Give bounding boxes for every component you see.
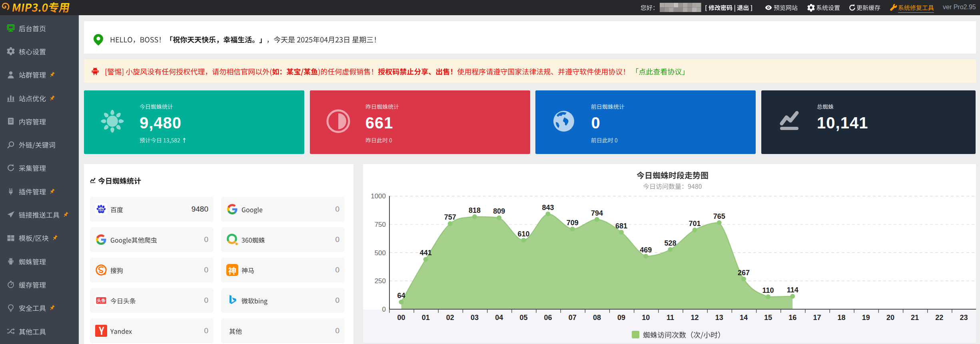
svg-text:14: 14: [740, 314, 748, 322]
svg-text:500: 500: [375, 249, 386, 257]
svg-text:23: 23: [960, 314, 968, 322]
svg-text:843: 843: [542, 204, 554, 212]
svg-text:03: 03: [471, 314, 479, 322]
svg-text:809: 809: [493, 207, 505, 215]
svg-text:05: 05: [519, 314, 527, 322]
svg-text:15: 15: [764, 314, 772, 322]
svg-text:469: 469: [640, 246, 652, 254]
svg-text:04: 04: [495, 314, 503, 322]
svg-text:765: 765: [713, 212, 725, 220]
svg-text:441: 441: [420, 249, 432, 257]
svg-text:19: 19: [862, 314, 870, 322]
svg-text:09: 09: [617, 314, 625, 322]
svg-text:02: 02: [446, 314, 454, 322]
svg-text:22: 22: [935, 314, 943, 322]
svg-text:13: 13: [715, 314, 723, 322]
svg-text:267: 267: [738, 269, 750, 277]
svg-text:17: 17: [813, 314, 821, 322]
svg-text:00: 00: [397, 314, 405, 322]
svg-text:64: 64: [397, 292, 405, 300]
svg-text:12: 12: [691, 314, 699, 322]
svg-text:750: 750: [375, 221, 386, 228]
svg-text:11: 11: [667, 314, 674, 322]
svg-text:08: 08: [593, 314, 601, 322]
svg-text:794: 794: [591, 209, 603, 217]
svg-text:114: 114: [787, 286, 798, 294]
svg-text:1000: 1000: [371, 192, 386, 200]
svg-text:110: 110: [762, 286, 774, 294]
svg-text:21: 21: [911, 314, 919, 322]
svg-text:818: 818: [469, 206, 481, 214]
svg-text:18: 18: [838, 314, 846, 322]
svg-text:06: 06: [544, 314, 552, 322]
svg-text:20: 20: [886, 314, 894, 322]
svg-text:757: 757: [444, 213, 456, 221]
svg-text:250: 250: [375, 277, 386, 285]
svg-text:701: 701: [689, 220, 701, 228]
svg-text:10: 10: [642, 314, 650, 322]
svg-text:709: 709: [567, 219, 579, 227]
svg-text:16: 16: [788, 314, 796, 322]
svg-text:0: 0: [382, 306, 386, 313]
svg-text:610: 610: [517, 230, 529, 238]
svg-text:681: 681: [615, 222, 627, 230]
svg-text:07: 07: [569, 314, 577, 322]
svg-text:01: 01: [422, 314, 430, 322]
svg-text:528: 528: [664, 239, 676, 247]
